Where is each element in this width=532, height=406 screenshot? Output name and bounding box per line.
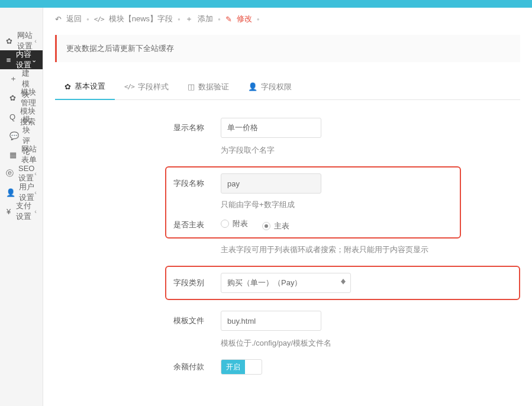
- label-field-name: 字段名称: [173, 178, 221, 189]
- label-tpl: 模板文件: [173, 315, 221, 326]
- crumb-edit: 修改: [237, 14, 252, 24]
- list-icon: ≡: [6, 56, 11, 65]
- display-name-input[interactable]: [221, 118, 321, 138]
- sidebar: ✿ 网站设置 ‹ ≡ 内容设置 ⌄ ＋ 创建模块 ✿ 模块管理 Q 模块搜索 💬…: [0, 8, 43, 406]
- sidebar-item-site[interactable]: ✿ 网站设置 ‹: [0, 31, 43, 50]
- radio-label: 主表: [274, 221, 289, 231]
- breadcrumb: ↶ 返回 ● </> 模块【news】字段 ● ＋ 添加 ● ✎ 修改 ●: [43, 8, 532, 30]
- field-name-input[interactable]: [221, 173, 321, 194]
- hint-display-name: 为字段取个名字: [221, 145, 520, 156]
- label-balance: 余额付款: [173, 362, 221, 372]
- tab-label: 数据验证: [198, 82, 229, 92]
- crumb-module[interactable]: 模块【news】字段: [109, 14, 173, 24]
- sidebar-label: 模块管理: [21, 87, 37, 108]
- tab-basic[interactable]: ✿ 基本设置: [55, 74, 115, 100]
- chevron-left-icon: ‹: [34, 208, 37, 215]
- plus-icon: ＋: [185, 14, 193, 24]
- ie-icon: ⓔ: [6, 168, 14, 179]
- tab-perm[interactable]: 👤 字段权限: [238, 74, 301, 99]
- top-bar: [0, 0, 532, 8]
- sidebar-item-content[interactable]: ≡ 内容设置 ⌄: [0, 50, 43, 69]
- form: 显示名称 为字段取个名字 字段名称 只能由字母+数字组成 是否主表: [55, 100, 520, 399]
- code-icon: </>: [124, 83, 134, 91]
- hint-tpl: 模板位于./config/pay/模板文件名: [221, 338, 520, 349]
- sidebar-label: 支付设置: [16, 201, 37, 222]
- user-icon: 👤: [248, 82, 257, 91]
- tab-style[interactable]: </> 字段样式: [115, 74, 178, 99]
- tab-valid[interactable]: ◫ 数据验证: [178, 74, 238, 99]
- radio-on-icon: [262, 222, 270, 230]
- crop-icon: ◫: [188, 82, 195, 91]
- label-is-main: 是否主表: [173, 220, 221, 230]
- chevron-left-icon: ‹: [34, 37, 37, 44]
- field-type-select[interactable]: 购买（单一）（Pay）: [221, 273, 351, 293]
- sidebar-sub-module-manage[interactable]: ✿ 模块管理: [0, 88, 43, 107]
- back-icon[interactable]: ↶: [55, 15, 62, 24]
- label-field-type: 字段类别: [173, 278, 221, 288]
- comment-icon: 💬: [9, 131, 18, 140]
- tpl-input[interactable]: [221, 311, 321, 331]
- switch-on-label: 开启: [221, 360, 245, 374]
- crumb-add[interactable]: 添加: [198, 14, 213, 24]
- search-icon: Q: [9, 112, 15, 121]
- sidebar-label: 网站设置: [17, 30, 37, 51]
- sidebar-item-seo[interactable]: ⓔ SEO设置 ‹: [0, 164, 43, 183]
- sidebar-item-user[interactable]: 👤 用户设置 ‹: [0, 183, 43, 202]
- main-content: ↶ 返回 ● </> 模块【news】字段 ● ＋ 添加 ● ✎ 修改 ● 更改…: [43, 8, 532, 406]
- label-display-name: 显示名称: [173, 123, 221, 133]
- gear-icon: ✿: [6, 37, 12, 46]
- radio-label: 附表: [233, 218, 248, 229]
- back-link[interactable]: 返回: [66, 14, 82, 24]
- plus-icon: ＋: [9, 73, 17, 84]
- alert-message: 更改数据之后请更新下全站缓存: [55, 35, 520, 62]
- tab-label: 基本设置: [75, 81, 105, 92]
- radio-main-table[interactable]: 主表: [262, 221, 289, 231]
- chevron-left-icon: ‹: [34, 170, 37, 177]
- gear-icon: ✿: [65, 82, 71, 91]
- hint-is-main: 主表字段可用于列表循环或者搜索；附表只能用于内容页显示: [221, 244, 520, 255]
- cogs-icon: ✿: [9, 94, 16, 102]
- tabs: ✿ 基本设置 </> 字段样式 ◫ 数据验证 👤 字段权限: [55, 74, 520, 100]
- sidebar-sub-site-form[interactable]: ▦ 网站表单: [0, 145, 43, 164]
- tab-label: 字段权限: [261, 82, 292, 92]
- sidebar-label: 网站表单: [21, 144, 37, 165]
- tab-label: 字段样式: [138, 82, 169, 92]
- user-icon: 👤: [6, 188, 14, 197]
- select-value: 购买（单一）（Pay）: [227, 278, 302, 288]
- highlight-box-1: 字段名称 只能由字母+数字组成 是否主表 附表: [165, 166, 461, 239]
- table-icon: ▦: [9, 150, 17, 159]
- highlight-box-2: 字段类别 购买（单一）（Pay）: [165, 266, 520, 300]
- sidebar-sub-create-module[interactable]: ＋ 创建模块: [0, 69, 43, 88]
- radio-off-icon: [221, 220, 229, 228]
- hint-field-name: 只能由字母+数字组成: [221, 199, 453, 210]
- code-icon: </>: [94, 15, 104, 23]
- radio-aux-table[interactable]: 附表: [221, 218, 248, 229]
- chevron-down-icon: ⌄: [31, 56, 37, 64]
- sidebar-sub-module-comment[interactable]: 💬 模块评论: [0, 126, 43, 145]
- chevron-left-icon: ‹: [34, 189, 37, 196]
- yen-icon: ¥: [6, 207, 11, 216]
- balance-switch[interactable]: 开启: [221, 359, 262, 375]
- edit-icon: ✎: [225, 15, 232, 24]
- sidebar-item-pay[interactable]: ¥ 支付设置 ‹: [0, 202, 43, 221]
